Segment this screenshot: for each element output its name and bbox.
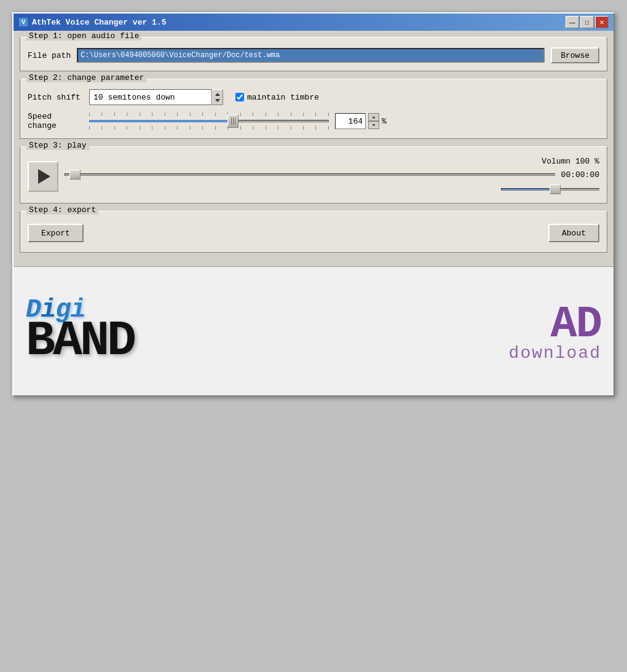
slider-ticks-top: [89, 113, 329, 116]
tick: [101, 113, 102, 116]
tick: [215, 113, 216, 116]
export-button[interactable]: Export: [28, 224, 84, 242]
tick: [190, 126, 191, 130]
tick: [328, 126, 329, 130]
pitch-select-wrapper: 10 semitones down 5 semitones down No ch…: [89, 89, 223, 105]
tick: [202, 126, 203, 130]
tick: [140, 126, 140, 130]
speed-slider-track[interactable]: [89, 111, 329, 131]
window-title: AthTek Voice Changer ver 1.5: [32, 18, 166, 27]
step1-content: File path Browse: [28, 47, 599, 63]
close-button[interactable]: ✕: [595, 16, 609, 28]
pitch-row: Pitch shift 10 semitones down 5 semitone…: [28, 89, 599, 105]
speed-up-button[interactable]: [368, 113, 379, 121]
file-path-input[interactable]: [77, 48, 545, 63]
browse-button[interactable]: Browse: [551, 47, 599, 63]
step4-content: Export About: [28, 221, 599, 245]
tick: [328, 113, 329, 116]
speed-spin-buttons[interactable]: [368, 113, 379, 129]
tick: [140, 113, 140, 116]
play-button[interactable]: [28, 161, 58, 192]
pitch-up-arrow: [215, 93, 220, 96]
volume-row: [65, 183, 599, 196]
app-icon: V: [18, 17, 28, 27]
speed-down-button[interactable]: [368, 121, 379, 129]
pitch-label: Pitch shift: [28, 93, 83, 102]
volume-thumb[interactable]: [550, 184, 561, 194]
pitch-down-arrow: [215, 99, 220, 102]
slider-ticks-bottom: [89, 126, 329, 130]
tick: [291, 113, 291, 116]
volume-track[interactable]: [501, 183, 599, 196]
volume-unit: %: [594, 157, 599, 166]
volume-label: Volumn: [542, 157, 570, 166]
about-button[interactable]: About: [548, 224, 599, 242]
pitch-select[interactable]: 10 semitones down 5 semitones down No ch…: [89, 89, 212, 105]
volume-text: Volumn 100 %: [542, 157, 599, 166]
tick: [240, 113, 241, 116]
tick: [127, 113, 127, 116]
minimize-button[interactable]: —: [566, 16, 579, 28]
maintain-timbre-checkbox[interactable]: [235, 93, 244, 101]
step1-label: Step 1: open audio file: [26, 31, 141, 41]
volume-value: 100: [575, 157, 590, 166]
tick: [240, 126, 241, 130]
step2-label: Step 2: change parameter: [26, 73, 146, 82]
speed-unit-label: %: [382, 117, 387, 126]
ad-text: AD: [551, 299, 601, 350]
step2-group: Step 2: change parameter Pitch shift 10 …: [20, 79, 607, 139]
pitch-spin-arrows[interactable]: [212, 89, 223, 105]
step1-group: Step 1: open audio file File path Browse: [20, 37, 607, 71]
progress-track[interactable]: [65, 168, 555, 181]
maintain-timbre-label: maintain timbre: [247, 93, 319, 102]
tick: [101, 126, 102, 130]
time-display: 00:00:00: [561, 170, 599, 180]
thumb-lines: [231, 117, 235, 125]
ad-banner: Digi BAND AD download: [14, 266, 613, 395]
main-window: V AthTek Voice Changer ver 1.5 — □ ✕ Ste…: [12, 12, 615, 397]
tick: [89, 113, 90, 116]
speed-value-box: %: [335, 113, 387, 129]
tick: [127, 126, 127, 130]
ad-sub-text: download: [509, 344, 601, 363]
timbre-wrapper: maintain timbre: [235, 93, 319, 102]
tick: [165, 126, 165, 130]
file-path-row: File path Browse: [28, 47, 599, 63]
speed-label: Speed change: [28, 112, 83, 130]
tick: [227, 126, 228, 130]
window-body: Step 1: open audio file File path Browse…: [14, 31, 613, 266]
tick: [89, 126, 90, 130]
thumb-line: [233, 117, 234, 125]
thumb-line: [231, 117, 232, 125]
tick: [303, 113, 304, 116]
progress-area: Volumn 100 % 00:00:00: [65, 157, 599, 196]
speed-down-arrow-icon: [372, 124, 375, 126]
title-bar-left: V AthTek Voice Changer ver 1.5: [18, 17, 166, 27]
tick: [152, 113, 152, 116]
maximize-button[interactable]: □: [580, 16, 594, 28]
progress-thumb[interactable]: [69, 170, 81, 180]
file-path-label: File path: [28, 51, 71, 60]
step3-group: Step 3: play Volumn 100 %: [20, 146, 607, 204]
tick: [152, 126, 152, 130]
tick: [266, 113, 266, 116]
tick: [253, 113, 253, 116]
volume-label-row: Volumn 100 %: [65, 157, 599, 166]
step2-content: Pitch shift 10 semitones down 5 semitone…: [28, 89, 599, 131]
speed-row: Speed change: [28, 111, 599, 131]
title-bar: V AthTek Voice Changer ver 1.5 — □ ✕: [14, 14, 613, 31]
step3-label: Step 3: play: [26, 141, 89, 150]
tick: [278, 126, 278, 130]
export-row: Export About: [28, 221, 599, 245]
band-text: BAND: [26, 317, 134, 366]
tick: [278, 113, 278, 116]
tick: [177, 126, 178, 130]
tick: [291, 126, 291, 130]
play-triangle-icon: [38, 169, 50, 184]
tick: [114, 126, 115, 130]
tick: [177, 113, 178, 116]
tick: [303, 126, 304, 130]
speed-value-input[interactable]: [335, 113, 366, 129]
tick: [253, 126, 253, 130]
tick: [114, 113, 115, 116]
